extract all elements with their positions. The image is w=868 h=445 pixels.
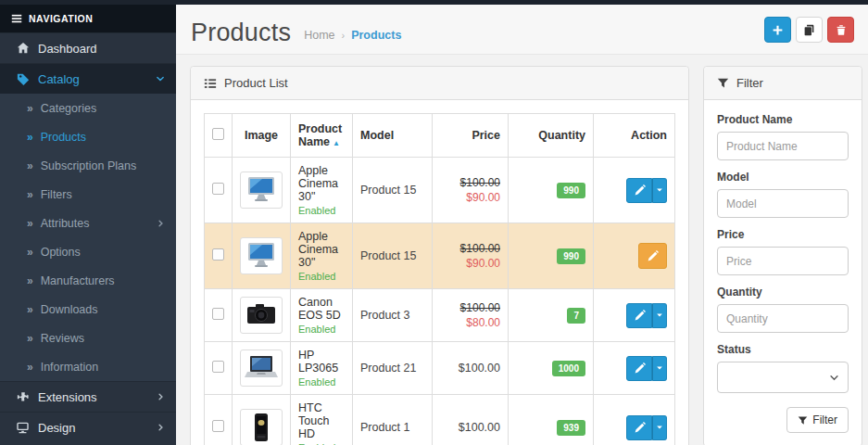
edit-button[interactable] [626, 303, 652, 328]
filter-panel: Filter Product NameModelPriceQuantitySta… [703, 66, 862, 445]
cell-action [594, 223, 675, 289]
sidebar-item-label: Manufacturers [41, 274, 115, 287]
status-badge: Enabled [298, 271, 345, 282]
edit-button-group [626, 415, 667, 440]
edit-dropdown-toggle[interactable] [652, 178, 667, 203]
cell-image [233, 223, 291, 289]
quantity-badge: 939 [557, 420, 585, 436]
price-special: $80.00 [440, 316, 500, 329]
cell-checkbox [205, 158, 233, 223]
sidebar-item-categories[interactable]: »Categories [0, 94, 176, 122]
edit-dropdown-toggle[interactable] [652, 356, 667, 381]
sidebar-item-label: Information [41, 361, 99, 374]
filter-label-status: Status [717, 343, 849, 356]
product-list-title: Product List [224, 76, 288, 90]
cell-image [233, 342, 291, 395]
double-chevron-icon: » [27, 159, 33, 172]
plus-icon [772, 24, 784, 36]
breadcrumb: Home›Products [304, 29, 401, 45]
row-checkbox[interactable] [212, 248, 224, 261]
double-chevron-icon: » [27, 131, 33, 144]
sidebar-nav: DashboardCatalog»Categories»Products»Sub… [0, 32, 176, 442]
price-special: $90.00 [440, 191, 500, 204]
cell-model: Product 1 [353, 395, 433, 445]
breadcrumb-item-products[interactable]: Products [351, 29, 401, 42]
filter-heading: Filter [704, 67, 862, 100]
table-row: HP LP3065EnabledProduct 21$100.001000 [205, 342, 675, 395]
row-checkbox[interactable] [212, 308, 224, 320]
product-name: Apple Cinema 30" [298, 164, 345, 203]
cell-quantity: 939 [509, 395, 594, 445]
model-filter-input[interactable] [717, 189, 849, 218]
edit-button-warning[interactable] [638, 243, 667, 269]
row-checkbox[interactable] [212, 361, 224, 373]
chevron-right-icon [157, 219, 165, 228]
quantity-badge: 7 [567, 308, 585, 324]
sidebar-item-catalog[interactable]: Catalog [0, 63, 176, 94]
double-chevron-icon: » [27, 274, 33, 287]
filter-button-label: Filter [812, 413, 837, 426]
product-list-panel: Product List ImageProduct Name▲ModelPric… [190, 66, 689, 445]
select-all-checkbox[interactable] [212, 128, 224, 140]
table-row: Apple Cinema 30"EnabledProduct 15$100.00… [205, 158, 675, 223]
product-name-filter-input[interactable] [717, 132, 849, 160]
edit-button[interactable] [626, 356, 652, 381]
cell-model: Product 3 [353, 289, 433, 342]
sidebar-item-subscription-plans[interactable]: »Subscription Plans [0, 151, 176, 180]
column-header-product-name: Product Name▲ [291, 114, 353, 158]
hamburger-icon [11, 13, 22, 24]
cell-product-name: Apple Cinema 30"Enabled [291, 158, 353, 223]
product-list-heading: Product List [191, 67, 688, 100]
sidebar-item-options[interactable]: »Options [0, 237, 176, 266]
main-area: Products Home›Products Product List Imag… [176, 5, 868, 445]
sort-link[interactable]: Quantity [538, 129, 585, 142]
cell-image [233, 158, 291, 223]
sort-link[interactable]: Model [360, 129, 394, 142]
edit-dropdown-toggle[interactable] [652, 303, 667, 328]
column-header-model: Model [353, 114, 433, 158]
sidebar-item-label: Design [38, 421, 75, 435]
status-select[interactable] [717, 362, 849, 393]
sidebar-item-information[interactable]: »Information [0, 352, 176, 381]
sidebar-item-design[interactable]: Design [0, 412, 176, 442]
edit-button[interactable] [626, 178, 652, 203]
quantity-filter-input[interactable] [717, 304, 849, 333]
sort-link[interactable]: Price [472, 129, 500, 142]
sort-asc-icon: ▲ [333, 139, 340, 147]
delete-button[interactable] [827, 17, 854, 43]
sidebar: NAVIGATION DashboardCatalog»Categories»P… [0, 5, 176, 445]
monitor-icon [16, 421, 30, 434]
row-checkbox[interactable] [212, 183, 224, 195]
product-thumbnail-laptop [240, 350, 283, 387]
price-filter-input[interactable] [717, 247, 849, 275]
cell-model: Product 21 [353, 342, 433, 395]
cell-product-name: Canon EOS 5DEnabled [291, 289, 353, 342]
chevron-down-icon [156, 74, 165, 83]
sidebar-item-reviews[interactable]: »Reviews [0, 324, 176, 352]
sidebar-item-dashboard[interactable]: Dashboard [0, 32, 176, 63]
cell-price: $100.00 [433, 342, 509, 395]
list-icon [204, 77, 217, 90]
sidebar-item-attributes[interactable]: »Attributes [0, 209, 176, 237]
copy-button[interactable] [796, 17, 823, 43]
sidebar-item-filters[interactable]: »Filters [0, 180, 176, 209]
cell-action [594, 158, 675, 223]
edit-dropdown-toggle[interactable] [652, 415, 667, 440]
sidebar-item-downloads[interactable]: »Downloads [0, 295, 176, 324]
sidebar-item-manufacturers[interactable]: »Manufacturers [0, 266, 176, 295]
edit-button[interactable] [626, 415, 652, 440]
price-old: $100.00 [440, 176, 500, 189]
price: $100.00 [459, 362, 500, 375]
breadcrumb-item-home[interactable]: Home [304, 29, 334, 42]
filter-button[interactable]: Filter [786, 407, 849, 433]
add-button[interactable] [764, 17, 791, 43]
cell-model: Product 15 [353, 223, 433, 289]
sidebar-item-products[interactable]: »Products [0, 122, 176, 151]
cell-price: $100.00 [433, 395, 509, 445]
product-thumbnail-cinema [240, 237, 283, 274]
sidebar-item-extensions[interactable]: Extensions [0, 381, 176, 412]
row-checkbox[interactable] [212, 420, 224, 432]
table-header-row: ImageProduct Name▲ModelPriceQuantityActi… [205, 114, 675, 158]
cell-model: Product 15 [353, 158, 433, 223]
sidebar-submenu: »Categories»Products»Subscription Plans»… [0, 94, 176, 381]
